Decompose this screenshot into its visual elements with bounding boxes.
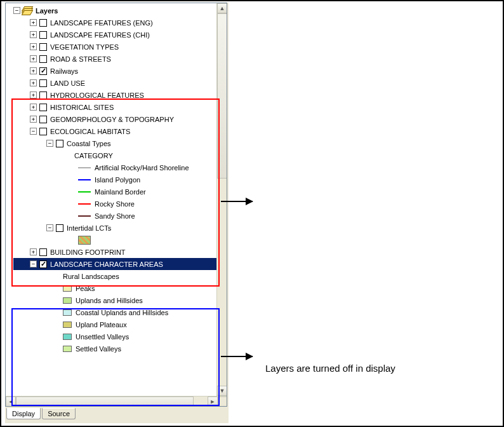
class-label: Unsettled Valleys: [76, 333, 129, 341]
class-label: Rocky Shore: [95, 200, 135, 208]
visibility-checkbox[interactable]: [39, 31, 47, 39]
visibility-checkbox[interactable]: [39, 55, 47, 63]
toc-panel: − Layers +LANDSCAPE FEATURES (ENG)+LANDS…: [5, 3, 229, 423]
layer-label: BUILDING FOOTPRINT: [50, 248, 126, 256]
visibility-checkbox[interactable]: [39, 261, 47, 268]
layer-coastal-types[interactable]: − Coastal Types: [13, 137, 227, 149]
line-swatch-icon: [78, 191, 91, 193]
layer-group[interactable]: +GEOMORPHOLOGY & TOPOGRAPHY: [13, 113, 227, 125]
scroll-thumb[interactable]: [217, 13, 227, 179]
group-building-footprint[interactable]: + BUILDING FOOTPRINT: [13, 246, 227, 258]
layers-icon: [23, 6, 32, 15]
scroll-thumb[interactable]: [16, 396, 194, 407]
class-label: Island Polygon: [95, 176, 140, 184]
root-label: Layers: [36, 7, 58, 15]
symbology-heading: Rural Landscapes: [13, 270, 227, 282]
scroll-down-button[interactable]: ▼: [217, 386, 227, 396]
symbology-class: Upland Plateaux: [13, 318, 227, 330]
layer-group[interactable]: +Railways: [13, 65, 227, 77]
scroll-right-button[interactable]: ►: [208, 396, 218, 407]
layer-label: Coastal Types: [67, 140, 111, 147]
expand-icon[interactable]: +: [30, 19, 37, 26]
collapse-icon[interactable]: −: [46, 224, 53, 231]
class-label: Upland Plateaux: [76, 321, 127, 329]
symbology-class: Artificial Rocky/Hard Shoreline: [13, 161, 227, 173]
symbology-class: Unsettled Valleys: [13, 330, 227, 342]
visibility-checkbox[interactable]: [39, 128, 47, 135]
layer-label: ECOLOGICAL HABITATS: [50, 128, 130, 135]
layer-label: LAND USE: [50, 79, 85, 87]
class-label: Sandy Shore: [95, 212, 135, 220]
visibility-checkbox[interactable]: [56, 140, 63, 147]
symbology-class: Peaks: [13, 282, 227, 294]
layer-group[interactable]: +HISTORICAL SITES: [13, 101, 227, 113]
line-swatch-icon: [78, 203, 91, 205]
layer-group[interactable]: +ROAD & STREETS: [13, 53, 227, 65]
layer-label: Intertidal LCTs: [67, 224, 111, 232]
tab-display[interactable]: Display: [6, 408, 41, 419]
fill-swatch-icon: [63, 297, 72, 304]
scroll-left-button[interactable]: ◄: [6, 396, 16, 407]
layer-label: ROAD & STREETS: [50, 55, 111, 63]
root-layers[interactable]: − Layers: [13, 4, 227, 17]
layer-tree: − Layers +LANDSCAPE FEATURES (ENG)+LANDS…: [6, 3, 227, 355]
expand-icon[interactable]: +: [30, 79, 37, 86]
expand-icon[interactable]: +: [30, 31, 37, 38]
class-label: Artificial Rocky/Hard Shoreline: [95, 164, 189, 172]
expand-icon[interactable]: +: [30, 55, 37, 62]
horizontal-scrollbar[interactable]: ◄ ►: [6, 396, 227, 406]
visibility-checkbox[interactable]: [39, 19, 47, 27]
layer-group[interactable]: +HYDROLOGICAL FEATURES: [13, 89, 227, 101]
tree-scroll-area: − Layers +LANDSCAPE FEATURES (ENG)+LANDS…: [5, 3, 227, 407]
collapse-icon[interactable]: −: [13, 7, 20, 14]
symbology-class: Settled Valleys: [13, 342, 227, 355]
fill-swatch-icon: [63, 285, 72, 292]
symbology-class: [13, 234, 227, 246]
group-landscape-character-areas[interactable]: − LANDSCAPE CHARACTER AREAS: [13, 258, 227, 270]
tab-source[interactable]: Source: [42, 408, 76, 419]
vertical-scrollbar[interactable]: ▲ ▼: [216, 3, 227, 396]
symbology-heading: CATEGORY: [13, 149, 227, 161]
fill-swatch-icon: [63, 322, 72, 328]
symbology-class: Island Polygon: [13, 173, 227, 186]
layer-group[interactable]: +VEGETATION TYPES: [13, 41, 227, 53]
expand-icon[interactable]: +: [30, 116, 37, 123]
collapse-icon[interactable]: −: [30, 261, 37, 268]
expand-icon[interactable]: +: [30, 92, 37, 98]
visibility-checkbox[interactable]: [39, 92, 47, 99]
layer-label: VEGETATION TYPES: [50, 43, 119, 51]
layer-label: LANDSCAPE CHARACTER AREAS: [50, 261, 163, 268]
fill-swatch-icon: [63, 346, 72, 352]
layer-label: HYDROLOGICAL FEATURES: [50, 92, 144, 99]
visibility-checkbox[interactable]: [39, 43, 47, 51]
fill-swatch-icon: [63, 309, 72, 316]
expand-icon[interactable]: +: [30, 67, 37, 74]
line-swatch-icon: [78, 179, 91, 180]
visibility-checkbox[interactable]: [56, 224, 63, 232]
scroll-corner: [218, 396, 227, 407]
layer-label: Railways: [50, 67, 78, 75]
visibility-checkbox[interactable]: [39, 116, 47, 123]
line-swatch-icon: [78, 215, 91, 217]
visibility-checkbox[interactable]: [39, 248, 47, 256]
layer-group[interactable]: +LANDSCAPE FEATURES (ENG): [13, 17, 227, 29]
visibility-checkbox[interactable]: [39, 67, 47, 75]
visibility-checkbox[interactable]: [39, 79, 47, 87]
annotation-text: Layers are turned off in display: [265, 363, 395, 374]
group-ecological-habitats[interactable]: − ECOLOGICAL HABITATS: [13, 125, 227, 137]
expand-icon[interactable]: +: [30, 248, 37, 255]
scroll-up-button[interactable]: ▲: [217, 3, 227, 13]
layer-group[interactable]: +LAND USE: [13, 77, 227, 89]
layer-label: GEOMORPHOLOGY & TOPOGRAPHY: [50, 116, 174, 123]
expand-icon[interactable]: +: [30, 43, 37, 50]
expand-icon[interactable]: +: [30, 104, 37, 111]
collapse-icon[interactable]: −: [46, 140, 53, 147]
arrow-icon: [221, 201, 253, 202]
layer-label: LANDSCAPE FEATURES (CHI): [50, 31, 150, 39]
visibility-checkbox[interactable]: [39, 104, 47, 111]
layer-label: HISTORICAL SITES: [50, 104, 114, 111]
layer-intertidal-lcts[interactable]: − Intertidal LCTs: [13, 222, 227, 234]
collapse-icon[interactable]: −: [30, 128, 37, 135]
layer-group[interactable]: +LANDSCAPE FEATURES (CHI): [13, 29, 227, 41]
toc-tabs: Display Source: [6, 408, 75, 419]
